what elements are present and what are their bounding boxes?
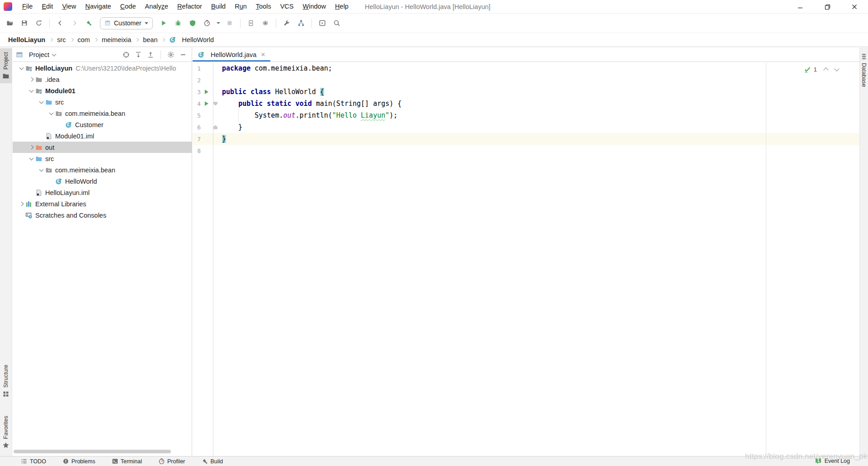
- code-line-4[interactable]: 4 public static void main(String[] args)…: [193, 98, 859, 109]
- tree-item-com-meimeixia-bean[interactable]: com.meimeixia.bean: [13, 108, 192, 119]
- wrench-icon[interactable]: [280, 17, 293, 29]
- menu-item-analyze[interactable]: Analyze: [141, 0, 173, 13]
- tree-item-helloworld[interactable]: CHelloWorld: [13, 176, 192, 187]
- tree-item-customer[interactable]: CCustomer: [13, 119, 192, 130]
- forward-icon[interactable]: [68, 17, 81, 29]
- tree-item-src[interactable]: src: [13, 153, 192, 164]
- chevron-right-icon[interactable]: [27, 143, 35, 152]
- inspection-widget[interactable]: 1: [804, 66, 839, 73]
- restore-button[interactable]: [814, 0, 841, 14]
- close-tab-icon[interactable]: ×: [261, 51, 265, 58]
- console-icon[interactable]: [316, 17, 329, 29]
- menu-item-navigate[interactable]: Navigate: [81, 0, 116, 13]
- breadcrumb-item-com[interactable]: com: [78, 36, 90, 43]
- editor-tab-helloworld[interactable]: C HelloWorld.java ×: [193, 48, 270, 62]
- horizontal-scrollbar[interactable]: [14, 450, 171, 453]
- code-editor[interactable]: 1package com.meimeixia.bean;23public cla…: [193, 62, 859, 456]
- code-line-6[interactable]: 6 }: [193, 121, 859, 133]
- tree-item-scratches-and-consoles[interactable]: Scratches and Consoles: [13, 209, 192, 221]
- tree-item--idea[interactable]: .idea: [13, 74, 192, 85]
- menu-item-run[interactable]: Run: [230, 0, 251, 13]
- coverage-icon[interactable]: [186, 17, 199, 29]
- project-structure-icon[interactable]: [295, 17, 307, 29]
- chevron-down-icon[interactable]: [27, 155, 35, 163]
- back-icon[interactable]: [54, 17, 66, 29]
- hide-icon[interactable]: [178, 49, 189, 60]
- update-icon[interactable]: [259, 17, 272, 29]
- code-line-8[interactable]: 8: [193, 145, 859, 157]
- sync-icon[interactable]: [33, 17, 45, 29]
- expand-all-icon[interactable]: [133, 49, 144, 60]
- statusbar-item-todo[interactable]: TODO: [21, 458, 46, 465]
- search-everywhere-icon[interactable]: [330, 17, 343, 29]
- tree-item-helloliayun-iml[interactable]: HelloLiayun.iml: [13, 187, 192, 198]
- chevron-down-icon[interactable]: [17, 64, 25, 72]
- editor-area[interactable]: C HelloWorld.java × 1package com.meimeix…: [193, 48, 859, 456]
- profiler-options-caret-icon[interactable]: [215, 17, 222, 29]
- chevron-down-icon[interactable]: [834, 66, 839, 71]
- breadcrumb-item-meimeixia[interactable]: meimeixia: [102, 36, 131, 43]
- close-button[interactable]: [841, 0, 868, 14]
- chevron-right-icon[interactable]: [17, 200, 25, 208]
- minimize-button[interactable]: [787, 0, 814, 14]
- save-all-icon[interactable]: [18, 17, 31, 29]
- chevron-down-icon[interactable]: [27, 87, 35, 95]
- tree-item-external-libraries[interactable]: External Libraries: [13, 198, 192, 209]
- attach-process-icon[interactable]: [245, 17, 257, 29]
- menu-item-refactor[interactable]: Refactor: [173, 0, 207, 13]
- menu-item-help[interactable]: Help: [330, 0, 353, 13]
- code-line-3[interactable]: 3public class HelloWorld {: [193, 86, 859, 98]
- tree-item-module01[interactable]: Module01: [13, 85, 192, 96]
- menu-item-code[interactable]: Code: [116, 0, 141, 13]
- breadcrumb-item-helloworld[interactable]: CHelloWorld: [169, 36, 214, 43]
- breadcrumb-item-helloliayun[interactable]: HelloLiayun: [8, 36, 45, 43]
- tool-window-icon: [16, 51, 23, 58]
- profiler-icon[interactable]: [201, 17, 213, 29]
- menu-item-edit[interactable]: Edit: [37, 0, 57, 13]
- tree-item-src[interactable]: src: [13, 96, 192, 108]
- locate-icon[interactable]: [121, 49, 132, 60]
- statusbar-item-profiler[interactable]: Profiler: [158, 458, 185, 465]
- chevron-up-icon[interactable]: [823, 67, 828, 72]
- run-configuration-select[interactable]: Customer: [100, 17, 153, 29]
- tool-window-button-project[interactable]: Project: [0, 48, 12, 83]
- collapse-all-icon[interactable]: [145, 49, 156, 60]
- statusbar-item-build[interactable]: Build: [202, 458, 223, 465]
- chevron-down-icon[interactable]: [47, 109, 55, 118]
- tool-window-button-database[interactable]: Database: [860, 49, 868, 91]
- breadcrumb-item-src[interactable]: src: [57, 36, 66, 43]
- tool-window-button-favorites[interactable]: Favorites: [0, 412, 12, 452]
- menu-item-tools[interactable]: Tools: [251, 0, 276, 13]
- hammer-icon[interactable]: [83, 17, 95, 29]
- statusbar-item-terminal[interactable]: Terminal: [112, 458, 142, 465]
- chevron-down-icon[interactable]: [37, 98, 45, 106]
- menu-item-build[interactable]: Build: [207, 0, 230, 13]
- chevron-down-icon[interactable]: [37, 166, 45, 174]
- stop-icon[interactable]: [223, 17, 236, 29]
- settings-icon[interactable]: [165, 49, 176, 60]
- tree-item-helloliayun[interactable]: HelloLiayunC:\Users\32120\IdeaProjects\H…: [13, 62, 192, 74]
- line-number: 4: [193, 100, 202, 107]
- debug-icon[interactable]: [172, 17, 184, 29]
- code-line-5[interactable]: 5 System.out.println("Hello Liayun");: [193, 109, 859, 121]
- tree-item-com-meimeixia-bean[interactable]: com.meimeixia.bean: [13, 164, 192, 176]
- tree-item-module01-iml[interactable]: Module01.iml: [13, 130, 192, 142]
- run-line-icon[interactable]: [202, 90, 212, 94]
- chevron-right-icon[interactable]: [27, 76, 35, 84]
- project-view-selector[interactable]: Project: [16, 51, 56, 58]
- code-line-7[interactable]: 7}: [193, 133, 859, 145]
- open-file-icon[interactable]: [4, 17, 16, 29]
- tree-item-out[interactable]: out: [13, 142, 192, 153]
- run-line-icon[interactable]: [202, 101, 212, 106]
- event-log-button[interactable]: 1 Event Log: [815, 457, 850, 465]
- menu-item-window[interactable]: Window: [298, 0, 331, 13]
- run-icon[interactable]: [157, 17, 170, 29]
- menu-item-vcs[interactable]: VCS: [276, 0, 298, 13]
- menu-item-file[interactable]: File: [18, 0, 37, 13]
- menu-item-view[interactable]: View: [57, 0, 80, 13]
- code-line-2[interactable]: 2: [193, 74, 859, 86]
- tool-window-button-structure[interactable]: Structure: [0, 361, 12, 401]
- statusbar-item-problems[interactable]: Problems: [62, 458, 95, 465]
- breadcrumb-item-bean[interactable]: bean: [143, 36, 157, 43]
- code-line-1[interactable]: 1package com.meimeixia.bean;: [193, 62, 859, 74]
